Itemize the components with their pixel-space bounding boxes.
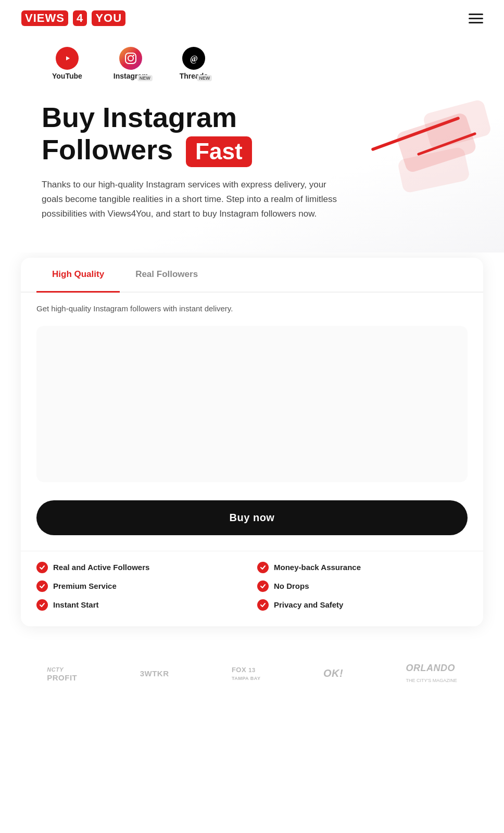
youtube-label: YouTube xyxy=(52,72,82,80)
header: VIEWS 4 YOU xyxy=(0,0,504,36)
buy-now-button[interactable]: Buy now xyxy=(36,500,468,535)
platform-instagram[interactable]: Instagram NEW xyxy=(114,47,148,80)
platform-youtube[interactable]: YouTube xyxy=(52,47,82,80)
platform-nav: YouTube Instagram NEW @ Threads NEW xyxy=(0,36,504,85)
instagram-icon xyxy=(119,47,142,70)
hero-section: Buy Instagram Followers Fast Thanks to o… xyxy=(0,85,504,253)
tab-description: Get high-quality Instagram followers wit… xyxy=(21,293,483,318)
tab-high-quality[interactable]: High Quality xyxy=(36,258,120,293)
check-icon-no-drops xyxy=(257,580,269,592)
svg-point-4 xyxy=(133,55,134,56)
svg-point-3 xyxy=(128,56,133,61)
svg-rect-2 xyxy=(125,53,136,64)
feature-label-real-active: Real and Active Followers xyxy=(53,563,149,572)
feature-real-active: Real and Active Followers xyxy=(36,562,247,573)
menu-button[interactable] xyxy=(469,14,483,23)
media-logo-3wtkr: 3WTKR xyxy=(140,669,169,678)
media-logos-section: NCTY PROFIT 3WTKR FOX 13 TAMPA BAY OK! O… xyxy=(0,642,504,705)
media-logo-ok: OK! xyxy=(323,667,343,679)
hero-title-fast: Fast xyxy=(186,136,251,167)
logo-text-you: YOU xyxy=(92,10,125,26)
feature-label-instant-start: Instant Start xyxy=(53,600,99,609)
product-card: High Quality Real Followers Get high-qua… xyxy=(21,258,483,626)
svg-text:@: @ xyxy=(190,54,198,64)
feature-label-no-drops: No Drops xyxy=(274,582,309,590)
threads-new-badge: NEW xyxy=(197,75,212,81)
check-icon-money-back xyxy=(257,562,269,573)
hero-title: Buy Instagram Followers Fast xyxy=(42,101,483,167)
features-grid: Real and Active Followers Money-back Ass… xyxy=(21,551,483,626)
feature-label-money-back: Money-back Assurance xyxy=(274,563,361,572)
tab-real-followers[interactable]: Real Followers xyxy=(120,258,213,293)
check-icon-privacy-safety xyxy=(257,599,269,611)
threads-icon: @ xyxy=(182,47,205,70)
platform-threads[interactable]: @ Threads NEW xyxy=(180,47,208,80)
feature-premium: Premium Service xyxy=(36,580,247,592)
feature-no-drops: No Drops xyxy=(257,580,468,592)
check-icon-instant-start xyxy=(36,599,48,611)
logo-text-views: VIEWS xyxy=(21,10,68,26)
feature-privacy-safety: Privacy and Safety xyxy=(257,599,468,611)
hamburger-line xyxy=(469,18,483,19)
media-logo-fox13: FOX 13 TAMPA BAY xyxy=(232,666,261,681)
logo-num: 4 xyxy=(73,10,87,26)
media-logo-ncty-profit: NCTY PROFIT xyxy=(47,665,77,682)
media-logo-orlando: Orlando The City's Magazine xyxy=(406,663,457,685)
logo[interactable]: VIEWS 4 YOU xyxy=(21,10,126,26)
product-options-area xyxy=(36,326,468,482)
hero-title-line1: Buy Instagram xyxy=(42,102,237,133)
hero-title-line2: Followers xyxy=(42,134,173,165)
instagram-new-badge: NEW xyxy=(137,75,153,81)
buy-button-wrapper: Buy now xyxy=(21,490,483,551)
hamburger-line xyxy=(469,14,483,15)
hamburger-line xyxy=(469,22,483,23)
feature-label-privacy-safety: Privacy and Safety xyxy=(274,600,343,609)
check-icon-real-active xyxy=(36,562,48,573)
feature-money-back: Money-back Assurance xyxy=(257,562,468,573)
feature-label-premium: Premium Service xyxy=(53,582,117,590)
feature-instant-start: Instant Start xyxy=(36,599,247,611)
youtube-icon xyxy=(56,47,79,70)
hero-description: Thanks to our high-quality Instagram ser… xyxy=(42,178,344,221)
check-icon-premium xyxy=(36,580,48,592)
product-tabs: High Quality Real Followers xyxy=(21,258,483,293)
